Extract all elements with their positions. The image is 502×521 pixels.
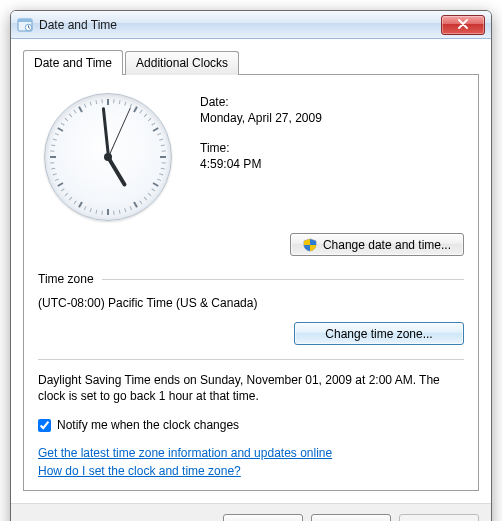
- clock-tick: [95, 210, 97, 214]
- clock-tick: [69, 114, 72, 118]
- clock-tick: [61, 123, 65, 126]
- clock-tick: [78, 106, 83, 112]
- window-title: Date and Time: [39, 18, 441, 32]
- clock-tick: [84, 206, 87, 210]
- clock-tick: [53, 173, 57, 175]
- link-timezone-updates[interactable]: Get the latest time zone information and…: [38, 446, 332, 460]
- titlebar[interactable]: Date and Time: [11, 11, 491, 39]
- clock-tick: [133, 106, 138, 112]
- clock-tick: [151, 188, 155, 191]
- notify-clock-change-row[interactable]: Notify me when the clock changes: [38, 418, 464, 432]
- clock-tick: [53, 139, 57, 141]
- dialog-button-row: OK Cancel Apply: [11, 503, 491, 521]
- clock-tick: [90, 102, 92, 106]
- ok-button[interactable]: OK: [223, 514, 303, 521]
- clock-tick: [50, 162, 54, 163]
- clock-tick: [55, 179, 59, 182]
- clock-tick: [107, 99, 109, 105]
- clock-tick: [90, 208, 92, 212]
- clock-tick: [101, 99, 102, 103]
- clock-tick: [153, 127, 159, 132]
- cancel-button[interactable]: Cancel: [311, 514, 391, 521]
- date-value: Monday, April 27, 2009: [200, 111, 464, 125]
- clock-tick: [119, 210, 121, 214]
- clock-tick: [65, 193, 69, 196]
- client-area: Date and Time Additional Clocks: [11, 39, 491, 503]
- divider: [38, 359, 464, 360]
- button-label: Change date and time...: [323, 238, 451, 252]
- clock-tick: [130, 206, 133, 210]
- clock-tick: [55, 133, 59, 136]
- clock-tick: [57, 127, 63, 132]
- button-label: Change time zone...: [325, 327, 432, 341]
- tab-label: Additional Clocks: [136, 56, 228, 70]
- clock-tick: [69, 197, 72, 201]
- clock-tick: [124, 208, 126, 212]
- clock-tick: [148, 193, 152, 196]
- clock-tick: [51, 144, 55, 146]
- apply-button[interactable]: Apply: [399, 514, 479, 521]
- clock-tick: [119, 100, 121, 104]
- tabstrip: Date and Time Additional Clocks: [23, 49, 479, 74]
- timezone-value: (UTC-08:00) Pacific Time (US & Canada): [38, 296, 464, 310]
- clock-tick: [139, 110, 142, 114]
- svg-rect-1: [18, 19, 32, 22]
- clock-tick: [113, 211, 114, 215]
- checkbox-label: Notify me when the clock changes: [57, 418, 239, 432]
- clock-tick: [78, 202, 83, 208]
- clock-tick: [160, 156, 166, 158]
- clock-tick: [84, 104, 87, 108]
- dst-description: Daylight Saving Time ends on Sunday, Nov…: [38, 372, 464, 404]
- time-value: 4:59:04 PM: [200, 157, 464, 171]
- time-label: Time:: [200, 141, 464, 155]
- clock-tick: [151, 123, 155, 126]
- clock-tick: [113, 99, 114, 103]
- close-button[interactable]: [441, 15, 485, 35]
- tab-additional-clocks[interactable]: Additional Clocks: [125, 51, 239, 75]
- analog-clock: [38, 89, 178, 221]
- clock-tick: [107, 209, 109, 215]
- clock-tick: [161, 168, 165, 170]
- clock-tick: [50, 150, 54, 151]
- timezone-section-header: Time zone: [38, 272, 94, 286]
- clock-tick: [161, 144, 165, 146]
- clock-tick: [144, 114, 147, 118]
- change-time-zone-button[interactable]: Change time zone...: [294, 322, 464, 345]
- clock-tick: [65, 118, 69, 121]
- link-help-set-clock[interactable]: How do I set the clock and time zone?: [38, 464, 241, 478]
- date-label: Date:: [200, 95, 464, 109]
- tab-page-date-and-time: Date: Monday, April 27, 2009 Time: 4:59:…: [23, 74, 479, 491]
- close-icon: [458, 18, 468, 32]
- clock-tick: [57, 182, 63, 187]
- clock-tick: [74, 110, 77, 114]
- clock-tick: [124, 102, 126, 106]
- clock-tick: [157, 133, 161, 136]
- date-time-app-icon: [17, 17, 33, 33]
- uac-shield-icon: [303, 238, 317, 252]
- clock-tick: [159, 173, 163, 175]
- clock-tick: [139, 200, 142, 204]
- tab-label: Date and Time: [34, 56, 112, 70]
- tab-date-and-time[interactable]: Date and Time: [23, 50, 123, 75]
- clock-tick: [133, 202, 138, 208]
- clock-tick: [95, 100, 97, 104]
- clock-tick: [101, 211, 102, 215]
- clock-tick: [51, 168, 55, 170]
- clock-tick: [153, 182, 159, 187]
- clock-tick: [61, 188, 65, 191]
- clock-tick: [148, 118, 152, 121]
- clock-tick: [50, 156, 56, 158]
- clock-tick: [162, 150, 166, 151]
- date-time-dialog: Date and Time Date and Time Additional C…: [10, 10, 492, 521]
- divider: [102, 279, 464, 280]
- clock-tick: [159, 139, 163, 141]
- clock-tick: [157, 179, 161, 182]
- clock-tick: [74, 200, 77, 204]
- change-date-time-button[interactable]: Change date and time...: [290, 233, 464, 256]
- clock-tick: [162, 162, 166, 163]
- notify-clock-change-checkbox[interactable]: [38, 419, 51, 432]
- clock-tick: [144, 197, 147, 201]
